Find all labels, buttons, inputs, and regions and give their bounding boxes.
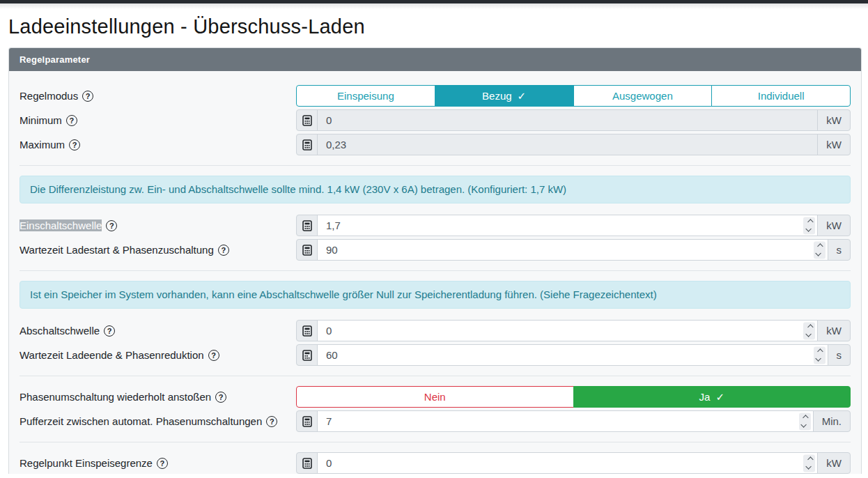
regelpunkt-label: Regelpunkt Einspeisegrenze <box>20 457 153 469</box>
calculator-icon <box>296 452 318 474</box>
maximum-label: Maximum <box>20 139 65 151</box>
card-body: Regelmodus Einspeisung Bezug Ausgewogen … <box>9 71 861 474</box>
info-alert-speicher: Ist ein Speicher im System vorhanden, ka… <box>20 281 851 309</box>
pufferzeit-unit: Min. <box>813 410 851 432</box>
number-spinner[interactable] <box>803 217 815 234</box>
einschaltschwelle-unit: kW <box>817 215 851 236</box>
button-label: Ja <box>699 391 711 403</box>
help-icon[interactable] <box>208 350 219 361</box>
maximum-input-group: kW <box>296 134 851 155</box>
help-icon[interactable] <box>82 91 93 102</box>
card-header: Regelparameter <box>9 48 861 71</box>
calculator-icon <box>296 215 318 236</box>
minimum-input-group: kW <box>296 109 851 131</box>
einschaltschwelle-label: Einschaltschwelle <box>20 219 102 231</box>
row-pufferzeit: Pufferzeit zwischen automat. Phasenumsch… <box>20 410 851 432</box>
phasenumschaltung-button-group: Nein Ja <box>296 386 851 408</box>
number-spinner[interactable] <box>803 322 815 339</box>
help-icon[interactable] <box>215 392 226 403</box>
regelmodus-option-bezug[interactable]: Bezug <box>435 85 574 107</box>
info-alert-differenzleistung: Die Differenzleistung zw. Ein- und Absch… <box>20 176 851 203</box>
regelmodus-option-individuell[interactable]: Individuell <box>711 85 851 107</box>
abschaltschwelle-input[interactable] <box>317 320 818 341</box>
page-title: Ladeeinstellungen - Überschuss-Laden <box>8 15 860 38</box>
phasenumschaltung-label: Phasenumschaltung wiederholt anstoßen <box>20 391 211 403</box>
help-icon[interactable] <box>266 416 277 427</box>
section-divider <box>20 165 851 166</box>
help-icon[interactable] <box>104 325 115 337</box>
wartezeit-ladeende-label: Wartezeit Ladeende & Phasenreduktion <box>20 349 204 361</box>
row-maximum: Maximum kW <box>20 134 851 155</box>
regelmodus-label: Regelmodus <box>20 90 78 102</box>
button-label: Bezug <box>482 90 512 102</box>
regelmodus-option-ausgewogen[interactable]: Ausgewogen <box>573 85 713 107</box>
wartezeit-ladestart-input[interactable] <box>317 239 828 261</box>
phasenumschaltung-option-ja[interactable]: Ja <box>573 386 851 408</box>
abschaltschwelle-unit: kW <box>817 320 851 341</box>
wartezeit-ladestart-label: Wartezeit Ladestart & Phasenzuschaltung <box>20 244 214 256</box>
regelparameter-card: Regelparameter Regelmodus Einspeisung Be… <box>8 47 862 474</box>
pufferzeit-input-group: Min. <box>296 410 851 432</box>
help-icon[interactable] <box>157 458 168 469</box>
calculator-icon <box>296 320 318 341</box>
help-icon[interactable] <box>66 115 77 126</box>
minimum-label: Minimum <box>20 114 62 126</box>
phasenumschaltung-option-nein[interactable]: Nein <box>296 386 574 408</box>
pufferzeit-label: Pufferzeit zwischen automat. Phasenumsch… <box>20 415 262 427</box>
check-icon <box>710 391 724 403</box>
calculator-icon <box>296 109 318 131</box>
calculator-icon <box>296 239 318 261</box>
help-icon[interactable] <box>218 245 229 256</box>
pufferzeit-input[interactable] <box>317 410 814 432</box>
row-abschaltschwelle: Abschaltschwelle kW <box>20 320 851 341</box>
number-spinner[interactable] <box>799 413 811 430</box>
number-spinner[interactable] <box>814 346 826 364</box>
regelpunkt-input-group: kW <box>296 452 851 474</box>
wartezeit-ladeende-input-group: s <box>296 344 851 366</box>
calculator-icon <box>296 410 318 432</box>
calculator-icon <box>296 344 318 366</box>
regelpunkt-input[interactable] <box>317 452 818 474</box>
section-divider <box>20 376 851 376</box>
row-wartezeit-ladeende: Wartezeit Ladeende & Phasenreduktion s <box>20 344 851 366</box>
einschaltschwelle-input-group: kW <box>296 215 851 236</box>
wartezeit-ladeende-input[interactable] <box>317 344 828 366</box>
number-spinner[interactable] <box>814 241 826 259</box>
row-phasenumschaltung: Phasenumschaltung wiederholt anstoßen Ne… <box>20 386 851 408</box>
wartezeit-ladestart-input-group: s <box>296 239 851 261</box>
regelmodus-option-einspeisung[interactable]: Einspeisung <box>296 85 435 107</box>
regelpunkt-unit: kW <box>817 452 851 474</box>
regelmodus-button-group: Einspeisung Bezug Ausgewogen Individuell <box>296 85 851 107</box>
navbar-shadow <box>0 3 868 9</box>
minimum-unit: kW <box>817 109 851 131</box>
section-divider <box>20 442 851 442</box>
row-regelpunkt: Regelpunkt Einspeisegrenze kW <box>20 452 851 474</box>
number-spinner[interactable] <box>803 454 815 472</box>
abschaltschwelle-input-group: kW <box>296 320 851 341</box>
maximum-input <box>317 134 818 155</box>
check-icon <box>512 90 527 102</box>
abschaltschwelle-label: Abschaltschwelle <box>20 325 100 337</box>
row-minimum: Minimum kW <box>20 109 851 131</box>
row-regelmodus: Regelmodus Einspeisung Bezug Ausgewogen … <box>20 85 851 107</box>
wartezeit-ladestart-unit: s <box>828 239 851 261</box>
help-icon[interactable] <box>69 139 80 151</box>
calculator-icon <box>296 134 318 155</box>
maximum-unit: kW <box>817 134 851 155</box>
row-wartezeit-ladestart: Wartezeit Ladestart & Phasenzuschaltung … <box>20 239 851 261</box>
minimum-input <box>317 109 818 131</box>
wartezeit-ladeende-unit: s <box>828 344 851 366</box>
section-divider <box>20 270 851 271</box>
einschaltschwelle-input[interactable] <box>317 215 818 236</box>
row-einschaltschwelle: Einschaltschwelle kW <box>20 215 851 236</box>
help-icon[interactable] <box>106 220 117 231</box>
